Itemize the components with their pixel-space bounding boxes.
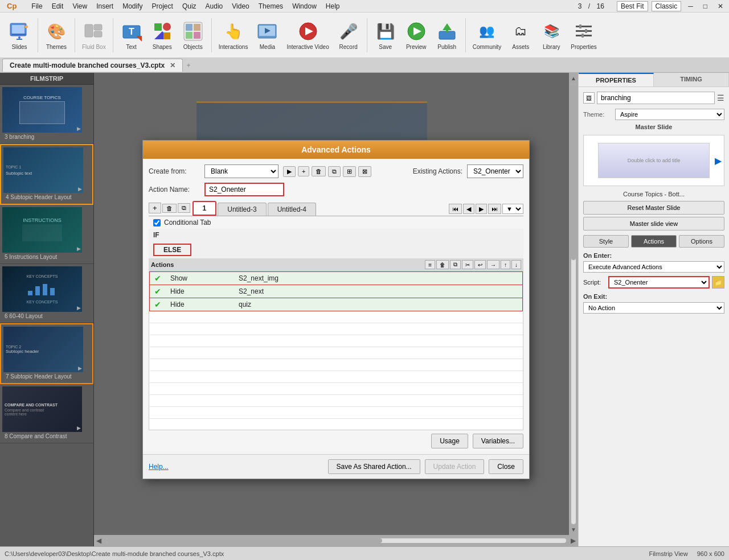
- menu-audio[interactable]: Audio: [201, 1, 228, 11]
- slide-name-input[interactable]: [597, 92, 715, 104]
- library-tool[interactable]: 📚 Library: [536, 18, 566, 52]
- dup-tab-btn[interactable]: ⧉: [178, 203, 190, 213]
- first-tab-btn[interactable]: ⏮: [449, 204, 462, 214]
- tab-dropdown[interactable]: ▼: [502, 204, 523, 214]
- scroll-down-btn[interactable]: ▼: [571, 526, 576, 533]
- slide-icon-btn[interactable]: 🖼: [583, 92, 595, 104]
- delete-row-btn[interactable]: 🗑: [312, 166, 326, 176]
- master-slide-arrow[interactable]: ▶: [715, 155, 722, 166]
- next-tab-btn[interactable]: ▶: [476, 204, 487, 214]
- fluidbox-tool[interactable]: Fluid Box: [79, 18, 109, 52]
- del-tab-btn[interactable]: 🗑: [162, 204, 177, 213]
- menu-help[interactable]: Help: [321, 1, 345, 11]
- menu-quiz[interactable]: Quiz: [178, 1, 201, 11]
- usage-btn[interactable]: Usage: [431, 434, 468, 448]
- on-exit-select[interactable]: No Action: [583, 302, 724, 314]
- menu-project[interactable]: Project: [148, 1, 178, 11]
- save-tool[interactable]: 💾 Save: [371, 18, 400, 52]
- action-row-3[interactable]: ✔ Hide quiz: [150, 298, 523, 311]
- film-item-1[interactable]: COURSE TOPICS ▶ 3 branching: [0, 85, 93, 144]
- prev-tab-btn[interactable]: ◀: [463, 204, 474, 214]
- action-indent-btn[interactable]: →: [487, 260, 499, 269]
- grid2-btn[interactable]: ⊠: [358, 166, 371, 177]
- script-edit-btn[interactable]: 📁: [712, 276, 724, 289]
- interactions-tool[interactable]: 👆 Interactions: [215, 18, 252, 52]
- media-tool[interactable]: Media: [252, 18, 282, 52]
- film-item-3[interactable]: INSTRUCTIONS ▶ 5 Instructions Layout: [0, 205, 93, 264]
- close-btn[interactable]: ✕: [714, 2, 727, 10]
- theme-select[interactable]: Classic: [652, 1, 682, 11]
- menu-view[interactable]: View: [68, 1, 92, 11]
- community-tool[interactable]: 👥 Community: [469, 18, 505, 52]
- panel-tab-properties[interactable]: PROPERTIES: [579, 73, 654, 87]
- properties-tool[interactable]: Properties: [567, 18, 600, 52]
- record-tool[interactable]: 🎤 Record: [334, 18, 363, 52]
- action-name-input[interactable]: [204, 183, 284, 196]
- themes-tool[interactable]: 🎨 Themes: [42, 18, 71, 52]
- action-tab-options[interactable]: Options: [679, 235, 724, 248]
- actions-scroll-area[interactable]: ✔ Show S2_next_img ✔ Hide S2_next ✔: [149, 271, 523, 430]
- preview-tool[interactable]: Preview: [402, 18, 431, 52]
- conditional-tab-checkbox[interactable]: [153, 219, 161, 227]
- variables-btn[interactable]: Variables...: [473, 434, 523, 448]
- action-tab-style[interactable]: Style: [583, 235, 629, 248]
- action-undo-btn[interactable]: ↩: [474, 260, 486, 269]
- save-shared-btn[interactable]: Save As Shared Action...: [328, 459, 420, 474]
- menu-window[interactable]: Window: [288, 1, 321, 11]
- action-cut-btn[interactable]: ✂: [462, 260, 473, 269]
- menu-edit[interactable]: Edit: [47, 1, 68, 11]
- dialog-tab-2[interactable]: Untitled-3: [218, 203, 266, 216]
- theme-select[interactable]: Aspire: [615, 109, 724, 120]
- help-link[interactable]: Help...: [149, 463, 169, 471]
- action-tab-actions[interactable]: Actions: [631, 235, 677, 248]
- existing-actions-select[interactable]: S2_Onenter: [467, 164, 523, 178]
- action-copy-btn[interactable]: ⧉: [450, 260, 461, 269]
- film-item-6[interactable]: COMPARE AND CONTRAST Compare and contras…: [0, 384, 93, 443]
- tab-close-btn[interactable]: ✕: [170, 61, 175, 69]
- script-select[interactable]: S2_Onenter: [608, 276, 710, 289]
- slides-tool[interactable]: Slides: [5, 18, 34, 52]
- film-item-5[interactable]: TOPIC 2 Subtopic header ▶ 7 Subtopic Hea…: [0, 323, 93, 384]
- scroll-left-btn[interactable]: ◀: [96, 537, 101, 545]
- minimize-btn[interactable]: ─: [685, 2, 697, 10]
- zoom-select[interactable]: Best Fit: [617, 1, 648, 11]
- grid-btn[interactable]: ⊞: [343, 166, 356, 177]
- objects-tool[interactable]: Objects: [178, 18, 208, 52]
- action-down-btn[interactable]: ↓: [511, 260, 521, 269]
- panel-tab-timing[interactable]: TIMING: [654, 73, 729, 87]
- dialog-tab-3[interactable]: Untitled-4: [268, 203, 316, 216]
- action-rows-btn[interactable]: ≡: [425, 260, 435, 269]
- copy-btn[interactable]: ⧉: [328, 166, 341, 177]
- dialog-tab-1[interactable]: 1: [193, 201, 217, 216]
- publish-tool[interactable]: Publish: [432, 18, 462, 52]
- assets-tool[interactable]: 🗂 Assets: [506, 18, 535, 52]
- menu-file[interactable]: File: [27, 1, 47, 11]
- tab-add-btn[interactable]: +: [186, 61, 190, 69]
- add-row-btn[interactable]: +: [298, 166, 309, 176]
- action-row-2[interactable]: ✔ Hide S2_next: [150, 285, 523, 298]
- shapes-tool[interactable]: Shapes: [148, 18, 177, 52]
- menu-modify[interactable]: Modify: [118, 1, 147, 11]
- master-view-btn[interactable]: Master slide view: [583, 217, 724, 230]
- text-tool[interactable]: T Text: [117, 18, 146, 52]
- document-tab[interactable]: Create multi-module branched courses_V3.…: [2, 59, 183, 72]
- menu-insert[interactable]: Insert: [92, 1, 118, 11]
- create-from-select[interactable]: Blank: [204, 164, 279, 178]
- scroll-up-btn[interactable]: ▲: [571, 75, 576, 81]
- play-btn[interactable]: ▶: [283, 166, 296, 177]
- interactive-video-tool[interactable]: Interactive Video: [283, 18, 332, 52]
- add-tab-btn[interactable]: +: [149, 203, 161, 213]
- close-dialog-btn[interactable]: Close: [489, 459, 523, 474]
- action-del-btn[interactable]: 🗑: [436, 260, 449, 269]
- maximize-btn[interactable]: □: [700, 2, 711, 10]
- update-action-btn[interactable]: Update Action: [425, 459, 485, 474]
- reset-master-btn[interactable]: Reset Master Slide: [583, 201, 724, 215]
- menu-themes[interactable]: Themes: [254, 1, 288, 11]
- film-item-4[interactable]: KEY CONCEPTS KEY CONCEPTS ▶ 6 60-40 Layo…: [0, 264, 93, 323]
- action-up-btn[interactable]: ↑: [501, 260, 510, 269]
- action-row-1[interactable]: ✔ Show S2_next_img: [150, 272, 523, 285]
- menu-video[interactable]: Video: [227, 1, 253, 11]
- on-enter-select[interactable]: Execute Advanced Actions: [583, 261, 724, 273]
- scroll-right-btn[interactable]: ▶: [571, 537, 576, 545]
- prop-menu-icon[interactable]: ☰: [717, 93, 724, 102]
